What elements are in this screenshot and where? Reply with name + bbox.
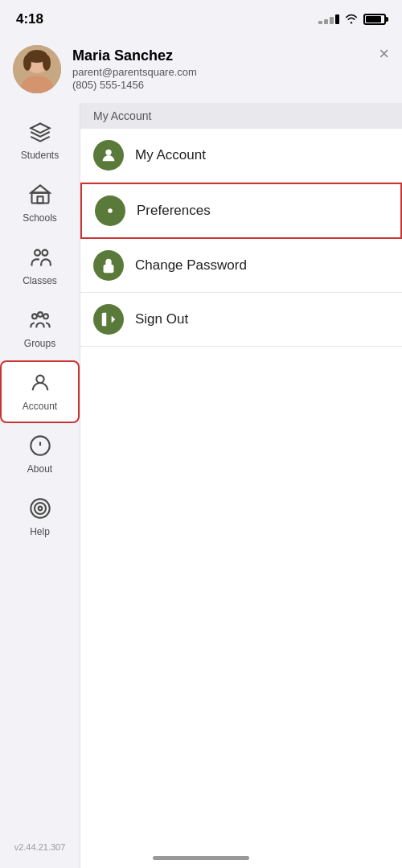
menu-item-change-password[interactable]: Change Password [80,239,402,293]
user-info: Maria Sanchez parent@parentsquare.com (8… [72,47,389,91]
signal-icon [318,14,339,24]
schools-icon [29,183,51,209]
svg-point-10 [32,314,37,319]
content-area: My Account My Account Preferences [80,103,402,868]
svg-rect-6 [31,193,48,204]
menu-item-preferences[interactable]: Preferences [80,183,402,239]
svg-point-12 [43,314,48,319]
svg-point-5 [43,55,51,71]
home-indicator [153,856,249,860]
close-button[interactable]: × [379,45,389,63]
main-layout: Students Schools Classes [0,103,402,868]
svg-point-18 [35,503,46,514]
sidebar-label-schools: Schools [23,212,57,224]
menu-text-my-account: My Account [135,147,206,163]
change-password-icon-circle [93,250,124,281]
menu-item-sign-out[interactable]: Sign Out [80,293,402,347]
classes-icon [29,246,51,272]
sidebar-label-help: Help [30,526,50,537]
sidebar: Students Schools Classes [0,103,80,868]
sidebar-item-about[interactable]: About [0,423,80,486]
svg-point-17 [31,499,49,517]
sidebar-label-account: Account [23,401,57,412]
status-bar: 4:18 [0,0,402,35]
sidebar-item-account[interactable]: Account [0,360,80,423]
svg-point-11 [38,312,43,317]
svg-point-20 [105,150,111,155]
account-icon [29,372,51,397]
svg-point-21 [108,208,113,213]
avatar [13,45,61,93]
sign-out-icon-circle [93,304,124,335]
user-phone: (805) 555-1456 [72,79,389,91]
sidebar-label-about: About [27,463,52,475]
user-email: parent@parentsquare.com [72,66,389,78]
about-icon [29,434,51,460]
menu-item-my-account[interactable]: My Account [80,129,402,183]
menu-text-preferences: Preferences [137,203,211,219]
sidebar-label-classes: Classes [23,275,57,286]
sidebar-label-students: Students [21,150,59,161]
sidebar-item-groups[interactable]: Groups [0,298,80,360]
sidebar-item-students[interactable]: Students [0,109,80,172]
my-account-icon-circle [93,140,124,171]
svg-rect-7 [37,196,43,203]
svg-point-9 [42,250,47,256]
wifi-icon [344,13,359,27]
svg-point-13 [36,376,43,383]
svg-point-4 [23,55,31,71]
groups-icon [29,309,51,335]
menu-text-sign-out: Sign Out [135,311,188,327]
battery-icon [363,14,386,25]
user-header: Maria Sanchez parent@parentsquare.com (8… [0,35,402,103]
svg-point-19 [38,507,42,511]
user-name: Maria Sanchez [72,47,389,64]
help-icon [29,497,51,523]
svg-point-8 [35,250,40,256]
students-icon [29,121,51,146]
sidebar-item-help[interactable]: Help [0,486,80,549]
status-icons [318,13,386,27]
preferences-icon-circle [95,195,125,226]
status-time: 4:18 [16,11,43,27]
sidebar-item-schools[interactable]: Schools [0,172,80,235]
sidebar-label-groups: Groups [24,338,55,349]
menu-text-change-password: Change Password [135,257,247,274]
section-header: My Account [80,103,402,129]
version-text: v2.44.21.307 [14,836,66,868]
svg-rect-22 [104,265,114,273]
sidebar-item-classes[interactable]: Classes [0,235,80,298]
